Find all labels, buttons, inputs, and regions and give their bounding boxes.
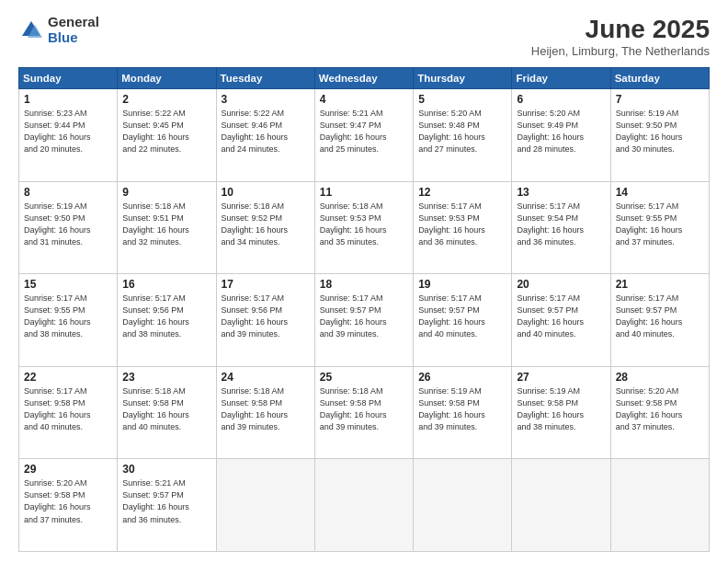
day-cell-28: 28Sunrise: 5:20 AM Sunset: 9:58 PM Dayli… bbox=[610, 366, 709, 459]
col-header-thursday: Thursday bbox=[414, 68, 512, 89]
col-header-tuesday: Tuesday bbox=[216, 68, 314, 89]
day-number: 20 bbox=[517, 278, 605, 291]
day-info: Sunrise: 5:18 AM Sunset: 9:52 PM Dayligh… bbox=[222, 201, 310, 248]
day-cell-10: 10Sunrise: 5:18 AM Sunset: 9:52 PM Dayli… bbox=[216, 181, 314, 274]
day-number: 24 bbox=[222, 371, 310, 384]
day-info: Sunrise: 5:22 AM Sunset: 9:46 PM Dayligh… bbox=[222, 108, 310, 155]
col-header-sunday: Sunday bbox=[19, 68, 118, 89]
day-number: 14 bbox=[616, 186, 704, 199]
col-header-saturday: Saturday bbox=[610, 68, 709, 89]
day-info: Sunrise: 5:17 AM Sunset: 9:58 PM Dayligh… bbox=[24, 385, 112, 433]
day-cell-7: 7Sunrise: 5:19 AM Sunset: 9:50 PM Daylig… bbox=[610, 89, 709, 182]
title-section: June 2025 Heijen, Limburg, The Netherlan… bbox=[531, 15, 710, 58]
day-number: 6 bbox=[517, 93, 605, 106]
header-row: SundayMondayTuesdayWednesdayThursdayFrid… bbox=[19, 68, 710, 89]
col-header-monday: Monday bbox=[118, 68, 216, 89]
day-info: Sunrise: 5:18 AM Sunset: 9:58 PM Dayligh… bbox=[320, 385, 408, 433]
day-number: 25 bbox=[320, 371, 408, 384]
day-cell-30: 30Sunrise: 5:21 AM Sunset: 9:57 PM Dayli… bbox=[118, 459, 216, 552]
day-number: 1 bbox=[24, 93, 112, 106]
day-number: 3 bbox=[222, 93, 310, 106]
day-number: 16 bbox=[122, 278, 210, 291]
day-number: 19 bbox=[418, 278, 506, 291]
day-number: 29 bbox=[24, 463, 112, 476]
col-header-friday: Friday bbox=[512, 68, 610, 89]
day-info: Sunrise: 5:17 AM Sunset: 9:57 PM Dayligh… bbox=[616, 293, 704, 340]
day-number: 22 bbox=[24, 371, 112, 384]
empty-cell bbox=[610, 459, 709, 552]
week-row-3: 15Sunrise: 5:17 AM Sunset: 9:55 PM Dayli… bbox=[19, 274, 710, 367]
main-title: June 2025 bbox=[531, 15, 710, 44]
day-cell-8: 8Sunrise: 5:19 AM Sunset: 9:50 PM Daylig… bbox=[19, 181, 118, 274]
day-cell-4: 4Sunrise: 5:21 AM Sunset: 9:47 PM Daylig… bbox=[314, 89, 413, 182]
day-cell-24: 24Sunrise: 5:18 AM Sunset: 9:58 PM Dayli… bbox=[216, 366, 314, 459]
week-row-4: 22Sunrise: 5:17 AM Sunset: 9:58 PM Dayli… bbox=[19, 366, 710, 459]
day-info: Sunrise: 5:17 AM Sunset: 9:53 PM Dayligh… bbox=[418, 201, 506, 248]
day-number: 7 bbox=[616, 93, 704, 106]
day-info: Sunrise: 5:18 AM Sunset: 9:53 PM Dayligh… bbox=[320, 201, 408, 248]
day-number: 30 bbox=[122, 463, 210, 476]
day-cell-6: 6Sunrise: 5:20 AM Sunset: 9:49 PM Daylig… bbox=[512, 89, 610, 182]
day-info: Sunrise: 5:20 AM Sunset: 9:58 PM Dayligh… bbox=[616, 385, 704, 433]
day-info: Sunrise: 5:17 AM Sunset: 9:56 PM Dayligh… bbox=[122, 293, 210, 340]
day-cell-17: 17Sunrise: 5:17 AM Sunset: 9:56 PM Dayli… bbox=[216, 274, 314, 367]
day-cell-21: 21Sunrise: 5:17 AM Sunset: 9:57 PM Dayli… bbox=[610, 274, 709, 367]
day-info: Sunrise: 5:19 AM Sunset: 9:50 PM Dayligh… bbox=[616, 108, 704, 155]
header: General Blue June 2025 Heijen, Limburg, … bbox=[18, 15, 710, 58]
day-info: Sunrise: 5:23 AM Sunset: 9:44 PM Dayligh… bbox=[24, 108, 112, 155]
logo-blue: Blue bbox=[48, 30, 99, 46]
day-cell-14: 14Sunrise: 5:17 AM Sunset: 9:55 PM Dayli… bbox=[610, 181, 709, 274]
logo-icon bbox=[18, 17, 44, 43]
day-info: Sunrise: 5:17 AM Sunset: 9:55 PM Dayligh… bbox=[24, 293, 112, 340]
day-cell-16: 16Sunrise: 5:17 AM Sunset: 9:56 PM Dayli… bbox=[118, 274, 216, 367]
day-info: Sunrise: 5:17 AM Sunset: 9:57 PM Dayligh… bbox=[418, 293, 506, 340]
logo: General Blue bbox=[18, 15, 99, 45]
day-cell-9: 9Sunrise: 5:18 AM Sunset: 9:51 PM Daylig… bbox=[118, 181, 216, 274]
day-info: Sunrise: 5:21 AM Sunset: 9:57 PM Dayligh… bbox=[122, 477, 210, 525]
day-cell-22: 22Sunrise: 5:17 AM Sunset: 9:58 PM Dayli… bbox=[19, 366, 118, 459]
day-number: 11 bbox=[320, 186, 408, 199]
day-cell-15: 15Sunrise: 5:17 AM Sunset: 9:55 PM Dayli… bbox=[19, 274, 118, 367]
day-cell-29: 29Sunrise: 5:20 AM Sunset: 9:58 PM Dayli… bbox=[19, 459, 118, 552]
day-info: Sunrise: 5:17 AM Sunset: 9:57 PM Dayligh… bbox=[517, 293, 605, 340]
day-number: 8 bbox=[24, 186, 112, 199]
day-number: 27 bbox=[517, 371, 605, 384]
calendar-table: SundayMondayTuesdayWednesdayThursdayFrid… bbox=[18, 67, 710, 552]
subtitle: Heijen, Limburg, The Netherlands bbox=[531, 44, 710, 58]
day-cell-11: 11Sunrise: 5:18 AM Sunset: 9:53 PM Dayli… bbox=[314, 181, 413, 274]
empty-cell bbox=[414, 459, 512, 552]
day-number: 15 bbox=[24, 278, 112, 291]
day-info: Sunrise: 5:17 AM Sunset: 9:57 PM Dayligh… bbox=[320, 293, 408, 340]
day-number: 10 bbox=[222, 186, 310, 199]
day-cell-25: 25Sunrise: 5:18 AM Sunset: 9:58 PM Dayli… bbox=[314, 366, 413, 459]
day-info: Sunrise: 5:17 AM Sunset: 9:55 PM Dayligh… bbox=[616, 201, 704, 248]
day-info: Sunrise: 5:19 AM Sunset: 9:58 PM Dayligh… bbox=[418, 385, 506, 433]
col-header-wednesday: Wednesday bbox=[314, 68, 413, 89]
day-number: 2 bbox=[122, 93, 210, 106]
day-number: 18 bbox=[320, 278, 408, 291]
day-info: Sunrise: 5:17 AM Sunset: 9:54 PM Dayligh… bbox=[517, 201, 605, 248]
day-number: 12 bbox=[418, 186, 506, 199]
day-cell-19: 19Sunrise: 5:17 AM Sunset: 9:57 PM Dayli… bbox=[414, 274, 512, 367]
day-cell-27: 27Sunrise: 5:19 AM Sunset: 9:58 PM Dayli… bbox=[512, 366, 610, 459]
day-info: Sunrise: 5:18 AM Sunset: 9:58 PM Dayligh… bbox=[122, 385, 210, 433]
day-number: 26 bbox=[418, 371, 506, 384]
day-number: 17 bbox=[222, 278, 310, 291]
day-cell-13: 13Sunrise: 5:17 AM Sunset: 9:54 PM Dayli… bbox=[512, 181, 610, 274]
day-cell-18: 18Sunrise: 5:17 AM Sunset: 9:57 PM Dayli… bbox=[314, 274, 413, 367]
day-info: Sunrise: 5:18 AM Sunset: 9:58 PM Dayligh… bbox=[222, 385, 310, 433]
day-cell-23: 23Sunrise: 5:18 AM Sunset: 9:58 PM Dayli… bbox=[118, 366, 216, 459]
day-cell-26: 26Sunrise: 5:19 AM Sunset: 9:58 PM Dayli… bbox=[414, 366, 512, 459]
day-info: Sunrise: 5:19 AM Sunset: 9:50 PM Dayligh… bbox=[24, 201, 112, 248]
day-cell-12: 12Sunrise: 5:17 AM Sunset: 9:53 PM Dayli… bbox=[414, 181, 512, 274]
day-number: 9 bbox=[122, 186, 210, 199]
day-number: 21 bbox=[616, 278, 704, 291]
day-info: Sunrise: 5:20 AM Sunset: 9:58 PM Dayligh… bbox=[24, 477, 112, 525]
empty-cell bbox=[216, 459, 314, 552]
day-info: Sunrise: 5:21 AM Sunset: 9:47 PM Dayligh… bbox=[320, 108, 408, 155]
day-info: Sunrise: 5:17 AM Sunset: 9:56 PM Dayligh… bbox=[222, 293, 310, 340]
day-cell-5: 5Sunrise: 5:20 AM Sunset: 9:48 PM Daylig… bbox=[414, 89, 512, 182]
day-cell-20: 20Sunrise: 5:17 AM Sunset: 9:57 PM Dayli… bbox=[512, 274, 610, 367]
empty-cell bbox=[512, 459, 610, 552]
day-number: 5 bbox=[418, 93, 506, 106]
